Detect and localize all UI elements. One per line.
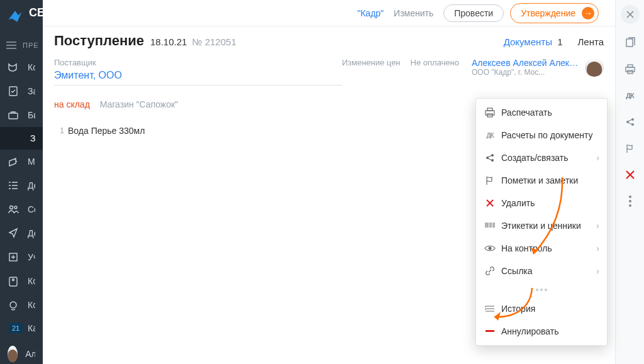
rail-copy[interactable] bbox=[623, 35, 638, 50]
menu-control[interactable]: На контроль › bbox=[476, 237, 607, 260]
destination-type[interactable]: на склад bbox=[54, 99, 90, 109]
printer-icon bbox=[625, 64, 636, 74]
menu-create-link[interactable]: Создать/связать › bbox=[476, 146, 607, 169]
menu-delete[interactable]: Удалить bbox=[476, 192, 607, 214]
chevron-right-icon: › bbox=[596, 243, 599, 253]
sidebar-item-0[interactable]: Ко bbox=[0, 55, 43, 79]
copy-icon bbox=[625, 37, 636, 48]
org-link[interactable]: "Кадр" bbox=[357, 8, 384, 18]
sidebar-item-8[interactable]: Уч bbox=[0, 245, 43, 269]
eye-icon bbox=[484, 243, 496, 254]
rail-print[interactable] bbox=[623, 62, 638, 77]
feed-link[interactable]: Лента bbox=[577, 36, 604, 47]
minus-icon bbox=[484, 326, 496, 337]
svg-rect-9 bbox=[487, 108, 492, 111]
svg-rect-18 bbox=[628, 65, 633, 67]
share-icon bbox=[484, 152, 496, 163]
doc-number: № 212051 bbox=[192, 36, 236, 47]
close-button[interactable] bbox=[621, 5, 640, 24]
svg-rect-0 bbox=[9, 87, 17, 96]
chevron-right-icon: › bbox=[596, 266, 599, 276]
doc-date: 18.10.21 bbox=[150, 36, 187, 47]
sidebar-item-1[interactable]: Зад bbox=[0, 79, 43, 103]
sidebar-item-3[interactable]: Зак bbox=[0, 127, 43, 150]
svg-point-14 bbox=[489, 247, 492, 250]
sidebar-item-9[interactable]: Ко bbox=[0, 269, 43, 293]
svg-point-3 bbox=[14, 206, 17, 209]
sidebar-user[interactable]: Але bbox=[0, 339, 43, 364]
owner-org: ООО "Кадр", г. Мос... bbox=[472, 68, 579, 77]
sidebar-item-10[interactable]: Ко bbox=[0, 293, 43, 317]
menu-annul[interactable]: Аннулировать bbox=[476, 320, 607, 343]
rail-share[interactable] bbox=[623, 114, 638, 130]
rail-dk[interactable]: ДК bbox=[623, 88, 638, 103]
sidebar-item-6[interactable]: Сот bbox=[0, 197, 43, 221]
x-icon bbox=[484, 197, 496, 209]
flag-icon bbox=[484, 175, 496, 186]
menu-icon bbox=[6, 41, 16, 49]
destination-value: Магазин "Сапожок" bbox=[100, 99, 178, 109]
left-sidebar: СБ ПРЕ Ко Зад Биз Зак Ма Де Сот До Уч Ко… bbox=[0, 0, 43, 364]
svg-point-7 bbox=[10, 302, 16, 308]
svg-rect-16 bbox=[626, 39, 633, 47]
svg-point-6 bbox=[13, 279, 14, 281]
arrow-right-icon: → bbox=[582, 7, 594, 19]
menu-print[interactable]: Распечатать bbox=[476, 101, 607, 124]
user-avatar-icon bbox=[8, 346, 18, 362]
run-button[interactable]: Провести bbox=[443, 4, 504, 22]
owner-avatar-icon bbox=[585, 58, 604, 77]
barcode-icon bbox=[484, 220, 496, 231]
menu-dk[interactable]: ДК Расчеты по документу bbox=[476, 124, 607, 146]
supplier-link[interactable]: Эмитент, ООО bbox=[54, 70, 342, 85]
bird-icon bbox=[6, 8, 24, 25]
doc-title: Поступление bbox=[54, 33, 144, 49]
svg-point-2 bbox=[10, 206, 13, 209]
menu-labels[interactable]: Этикетки и ценники › bbox=[476, 214, 607, 237]
documents-link[interactable]: Документы 1 bbox=[504, 36, 563, 47]
context-menu: Распечатать ДК Расчеты по документу Созд… bbox=[475, 98, 608, 346]
topbar: "Кадр" Изменить Провести Утверждение → bbox=[43, 0, 615, 26]
svg-rect-1 bbox=[9, 113, 18, 119]
document-header: Поступление 18.10.21 № 212051 Документы … bbox=[43, 26, 615, 53]
supplier-label: Поставщик bbox=[54, 58, 342, 67]
rail-flag[interactable] bbox=[623, 141, 638, 156]
flag-icon bbox=[625, 143, 635, 153]
dk-icon: ДК bbox=[484, 130, 496, 141]
menu-link[interactable]: Ссылка › bbox=[476, 260, 607, 282]
chevron-right-icon: › bbox=[596, 153, 599, 163]
app-initials: СБ bbox=[29, 6, 43, 19]
link-icon bbox=[484, 265, 496, 277]
hamburger-menu[interactable]: ПРЕ bbox=[0, 35, 43, 55]
x-icon bbox=[626, 170, 635, 179]
menu-more[interactable] bbox=[531, 285, 552, 295]
close-icon bbox=[626, 11, 634, 18]
history-icon bbox=[484, 303, 496, 314]
menu-notes[interactable]: Пометки и заметки bbox=[476, 169, 607, 192]
printer-icon bbox=[484, 107, 496, 118]
share-icon bbox=[625, 117, 635, 127]
svg-rect-15 bbox=[486, 330, 494, 332]
price-change-status: Изменение цен bbox=[342, 58, 401, 85]
rail-more[interactable] bbox=[623, 194, 638, 209]
svg-rect-8 bbox=[486, 111, 494, 115]
sidebar-item-5[interactable]: Де bbox=[0, 174, 43, 197]
sidebar-item-11[interactable]: 21Кал bbox=[0, 317, 43, 339]
menu-history[interactable]: История bbox=[476, 297, 607, 320]
owner-name[interactable]: Алексеев Алексей Алекс... bbox=[472, 58, 579, 68]
approve-button[interactable]: Утверждение → bbox=[510, 3, 599, 23]
app-logo[interactable] bbox=[3, 4, 28, 29]
rail-delete[interactable] bbox=[623, 167, 638, 182]
svg-rect-17 bbox=[626, 67, 635, 72]
document-subheader: Поставщик Эмитент, ООО Изменение цен Не … bbox=[43, 53, 615, 88]
main-area: "Кадр" Изменить Провести Утверждение → П… bbox=[43, 0, 615, 364]
change-link[interactable]: Изменить bbox=[394, 8, 433, 18]
sidebar-item-4[interactable]: Ма bbox=[0, 150, 43, 174]
unpaid-status: Не оплачено bbox=[411, 58, 459, 85]
sidebar-item-2[interactable]: Биз bbox=[0, 103, 43, 127]
chevron-right-icon: › bbox=[596, 221, 599, 231]
sidebar-item-7[interactable]: До bbox=[0, 221, 43, 245]
right-rail: ДК bbox=[615, 0, 644, 364]
